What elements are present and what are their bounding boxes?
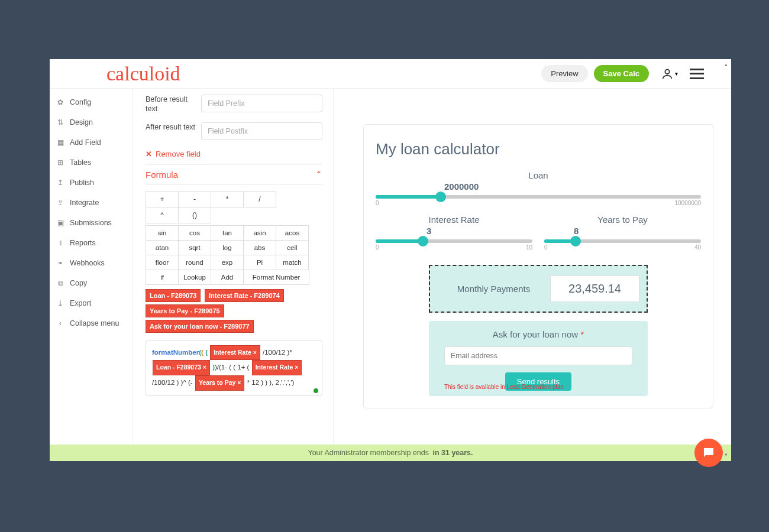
formula-token-interest-rate-2[interactable]: Interest Rate × — [252, 360, 302, 375]
fn-abs[interactable]: abs — [243, 240, 276, 255]
years-slider[interactable] — [544, 239, 701, 243]
sidebar-item-config[interactable]: ✿Config — [50, 92, 132, 112]
sidebar-item-submissions[interactable]: ▣Submissions — [50, 213, 132, 233]
tag-interest-rate[interactable]: Interest Rate - F289074 — [205, 289, 284, 302]
email-input[interactable] — [444, 346, 632, 365]
fn-cos[interactable]: cos — [178, 225, 211, 241]
fn-acos[interactable]: acos — [276, 225, 309, 241]
copy-icon: ⧉ — [56, 279, 65, 287]
years-max: 40 — [694, 244, 701, 251]
sidebar-item-label: Collapse menu — [70, 319, 119, 327]
rate-slider[interactable] — [376, 239, 532, 243]
rate-slider-group: Interest Rate 3 010 — [376, 215, 532, 251]
fn-floor[interactable]: floor — [146, 255, 179, 270]
gear-icon: ✿ — [56, 98, 65, 106]
rate-slider-thumb[interactable] — [418, 236, 428, 246]
op-minus[interactable]: - — [178, 191, 211, 207]
logo: calculoid — [59, 63, 180, 85]
calculator-title: My loan calculator — [376, 140, 701, 158]
sidebar-item-collapse[interactable]: ‹Collapse menu — [50, 313, 132, 333]
fn-if[interactable]: if — [146, 270, 179, 285]
chat-support-button[interactable] — [694, 439, 723, 467]
tag-years-to-pay[interactable]: Years to Pay - F289075 — [146, 304, 224, 317]
formula-valid-indicator-icon — [314, 388, 318, 393]
sidebar-item-label: Integrate — [70, 199, 99, 207]
table-icon: ⊞ — [56, 158, 65, 167]
fn-exp[interactable]: exp — [211, 255, 244, 270]
fn-round[interactable]: round — [178, 255, 211, 270]
loan-slider-label: Loan — [376, 170, 701, 180]
field-editor-panel: Before result text After result text ✕Re… — [133, 89, 334, 445]
user-menu-dropdown[interactable]: ▾ — [661, 67, 678, 80]
field-postfix-input[interactable] — [201, 122, 322, 140]
lead-title: Ask for your loan now — [493, 329, 578, 339]
field-prefix-input[interactable] — [201, 95, 322, 112]
formula-editor[interactable]: formatNumber(( ( Interest Rate × /100/12… — [146, 340, 322, 397]
fn-pi[interactable]: Pi — [243, 255, 276, 270]
webhook-icon: ⚭ — [56, 259, 65, 267]
fn-log[interactable]: log — [211, 240, 244, 255]
rate-slider-value: 3 — [376, 226, 532, 236]
membership-footer: Your Administrator membership ends in 31… — [50, 445, 731, 461]
fn-atan[interactable]: atan — [146, 240, 179, 255]
years-slider-group: Years to Pay 8 040 — [544, 215, 701, 251]
sidebar-item-label: Reports — [70, 239, 96, 247]
op-pow[interactable]: ^ — [146, 207, 179, 223]
chevron-up-icon: ⌃ — [315, 170, 322, 179]
save-calc-button[interactable]: Save Calc — [594, 65, 649, 82]
sidebar-item-publish[interactable]: ↥Publish — [50, 173, 132, 193]
tag-ask-loan[interactable]: Ask for your loan now - F289077 — [146, 320, 254, 333]
vertical-scrollbar[interactable]: ▴ ▾ — [723, 61, 729, 459]
years-min: 0 — [544, 244, 548, 251]
svg-point-0 — [665, 69, 669, 73]
sidebar-item-label: Config — [70, 98, 91, 106]
fn-format-number[interactable]: Format Number — [243, 270, 309, 285]
loan-slider-value: 2000000 — [376, 181, 701, 192]
result-field-selected[interactable]: Monthly Payments 23,459.14 — [429, 265, 648, 313]
lead-plan-note: This field is available in Lead Generati… — [436, 384, 641, 390]
formula-token-years[interactable]: Years to Pay × — [195, 375, 245, 391]
fn-match[interactable]: match — [276, 255, 309, 270]
sidebar-item-reports[interactable]: ⫴Reports — [50, 233, 132, 253]
formula-token-loan[interactable]: Loan - F289073 × — [153, 360, 210, 375]
design-icon: ⇅ — [56, 118, 65, 126]
lead-form: Ask for your loan now * Send results Thi… — [429, 321, 648, 396]
fn-tan[interactable]: tan — [211, 225, 244, 241]
years-slider-value: 8 — [544, 226, 701, 236]
formula-section-header[interactable]: Formula ⌃ — [146, 164, 322, 185]
op-mult[interactable]: * — [211, 191, 244, 207]
sidebar-item-design[interactable]: ⇅Design — [50, 112, 132, 132]
tag-loan[interactable]: Loan - F289073 — [146, 289, 201, 302]
fn-sin[interactable]: sin — [146, 225, 179, 241]
loan-slider-thumb[interactable] — [435, 192, 446, 202]
formula-token-interest-rate[interactable]: Interest Rate × — [210, 345, 260, 361]
close-icon: ✕ — [146, 150, 152, 158]
loan-slider-group: Loan 2000000 010000000 — [376, 170, 701, 206]
remove-field-button[interactable]: ✕Remove field — [146, 150, 201, 158]
sidebar-item-copy[interactable]: ⧉Copy — [50, 273, 132, 293]
fn-sqrt[interactable]: sqrt — [178, 240, 211, 255]
fn-asin[interactable]: asin — [243, 225, 276, 241]
sidebar-item-tables[interactable]: ⊞Tables — [50, 153, 132, 173]
op-plus[interactable]: + — [146, 191, 179, 207]
integrate-icon: ⇪ — [56, 199, 65, 207]
years-slider-thumb[interactable] — [570, 236, 581, 246]
sidebar-item-webhooks[interactable]: ⚭Webhooks — [50, 253, 132, 273]
loan-max: 10000000 — [675, 200, 702, 206]
before-result-label: Before result text — [146, 95, 201, 114]
sidebar-item-add-field[interactable]: ▦Add Field — [50, 132, 132, 153]
loan-slider[interactable] — [376, 195, 701, 199]
op-paren[interactable]: () — [178, 207, 211, 223]
chevron-left-icon: ‹ — [56, 319, 65, 327]
sidebar-item-label: Add Field — [70, 138, 101, 147]
fn-lookup[interactable]: Lookup — [178, 270, 211, 285]
submissions-icon: ▣ — [56, 219, 65, 227]
hamburger-menu-icon[interactable] — [690, 69, 704, 79]
loan-min: 0 — [376, 200, 379, 206]
fn-add[interactable]: Add — [211, 270, 244, 285]
op-div[interactable]: / — [243, 191, 276, 207]
sidebar-item-export[interactable]: ⤓Export — [50, 293, 132, 313]
fn-ceil[interactable]: ceil — [276, 240, 309, 255]
preview-button[interactable]: Preview — [541, 65, 587, 82]
sidebar-item-integrate[interactable]: ⇪Integrate — [50, 193, 132, 213]
